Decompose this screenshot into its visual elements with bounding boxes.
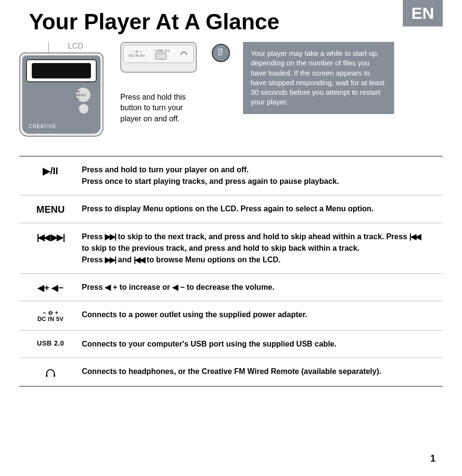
menu-icon: MENU: [19, 203, 82, 215]
page-title: Your Player At A Glance: [19, 9, 403, 35]
dc-in-icon: − ⊖ + DC IN 5V: [19, 309, 82, 322]
headphone-description: Connects to headphones, or the Creative …: [82, 366, 443, 378]
skip-description: Press ▶▶| to skip to the next track, and…: [82, 231, 443, 266]
skip-icons: |◀◀ ▶▶|: [19, 231, 82, 266]
usb-description: Connects to your computer's USB port usi…: [82, 338, 443, 350]
play-pause-description: Press and hold to turn your player on an…: [82, 164, 443, 187]
play-pause-icon: ▶/II: [19, 164, 82, 187]
device-top-illustration: − ⊖ + DC IN 5V USB 2.0: [120, 42, 197, 73]
lcd-callout-label: LCD: [48, 42, 87, 52]
device-power-button: [78, 103, 89, 114]
startup-note-box: Your player may take a while to start up…: [243, 42, 394, 114]
page-number: 1: [430, 453, 436, 464]
volume-icons: ◀+ ◀−: [19, 282, 82, 293]
controls-table: ▶/II Press and hold to turn your player …: [19, 156, 443, 386]
menu-description: Press to display Menu options on the LCD…: [82, 203, 443, 215]
usb-icon: USB 2.0: [19, 338, 82, 350]
dc-in-description: Connects to a power outlet using the sup…: [82, 309, 443, 322]
headphone-icon: [19, 366, 82, 378]
device-brand-label: CREATIVE: [29, 124, 56, 129]
language-badge: EN: [403, 0, 443, 26]
device-front-illustration: ◂◂ MENU ▸▸ CREATIVE: [19, 52, 103, 137]
device-jog-button: ◂◂ MENU ▸▸: [76, 87, 91, 103]
press-hold-caption: Press and hold this button to turn your …: [120, 92, 202, 124]
note-icon: [212, 44, 230, 62]
volume-description: Press ◀ + to increase or ◀ − to decrease…: [82, 282, 443, 293]
svg-rect-0: [46, 374, 48, 377]
svg-rect-1: [54, 374, 55, 377]
